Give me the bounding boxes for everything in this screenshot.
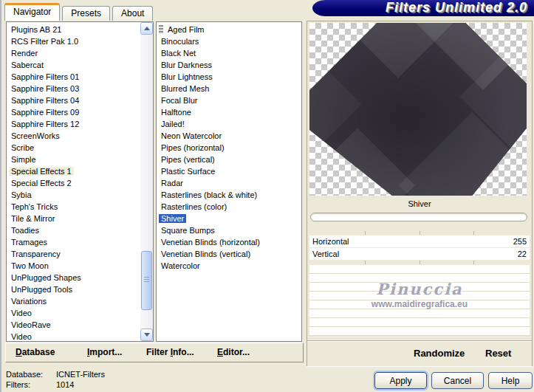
preview-image: [309, 23, 527, 196]
menu-import[interactable]: Import...: [87, 343, 122, 361]
filter-item[interactable]: Black Net: [157, 48, 301, 60]
randomize-bar: Randomize Reset: [307, 340, 532, 366]
status-area: Database:ICNET-Filters Filters:1014: [6, 369, 105, 390]
database-label: Database:: [6, 369, 56, 379]
category-item[interactable]: Render: [7, 48, 153, 60]
chevron-up-icon: [144, 27, 150, 30]
category-item[interactable]: Teph's Tricks: [7, 202, 153, 213]
category-item[interactable]: Scribe: [7, 142, 153, 154]
filter-item[interactable]: Aged Film: [157, 24, 301, 36]
tab-bar: Navigator Presets About: [4, 3, 155, 21]
filter-item[interactable]: Shiver: [157, 213, 301, 225]
filter-item[interactable]: Binoculars: [157, 36, 301, 48]
status-filters-row: Filters:1014: [6, 379, 105, 390]
category-item[interactable]: Sapphire Filters 09: [7, 107, 153, 119]
progress-bar: [310, 213, 527, 221]
scroll-down-button[interactable]: [140, 329, 153, 341]
filter-item[interactable]: Rasterlines (black & white): [157, 190, 301, 202]
category-item[interactable]: Sabercat: [7, 60, 153, 72]
scroll-up-button[interactable]: [140, 22, 153, 35]
title-banner: Filters Unlimited 2.0: [312, 0, 534, 16]
category-item[interactable]: Video: [7, 331, 153, 342]
filter-item[interactable]: Focal Blur: [157, 95, 301, 107]
empty-slider-rows: [309, 265, 530, 336]
category-item[interactable]: Sybia: [7, 190, 153, 202]
category-list-scrollbar[interactable]: [140, 22, 153, 341]
filter-item[interactable]: Radar: [157, 178, 301, 190]
category-item[interactable]: Plugins AB 21: [7, 24, 153, 36]
filter-item[interactable]: Jailed!: [157, 119, 301, 131]
filter-item[interactable]: Venetian Blinds (horizontal): [157, 237, 301, 249]
category-item[interactable]: Video: [7, 308, 153, 320]
category-item[interactable]: Special Effects 2: [7, 178, 153, 190]
category-item[interactable]: Simple: [7, 154, 153, 166]
filter-item[interactable]: Plastic Surface: [157, 166, 301, 178]
filter-item[interactable]: Square Bumps: [157, 225, 301, 237]
category-item[interactable]: Two Moon: [7, 261, 153, 272]
scrollbar-thumb[interactable]: [141, 251, 152, 310]
empty-slider-row: [309, 292, 530, 300]
tab-presets[interactable]: Presets: [62, 6, 110, 21]
menu-editor[interactable]: Editor...: [217, 343, 250, 361]
category-item[interactable]: Sapphire Filters 04: [7, 95, 153, 107]
randomize-button[interactable]: Randomize: [414, 341, 465, 365]
filter-item[interactable]: Venetian Blinds (vertical): [157, 249, 301, 261]
filter-preview: [309, 23, 527, 196]
empty-slider-row: [309, 274, 530, 283]
category-item[interactable]: Sapphire Filters 12: [7, 119, 153, 131]
tab-about[interactable]: About: [112, 6, 153, 21]
filters-value: 1014: [56, 380, 74, 389]
filter-item[interactable]: Blur Darkness: [157, 60, 301, 72]
database-value: ICNET-Filters: [56, 370, 105, 379]
category-item[interactable]: Variations: [7, 296, 153, 308]
list-grip-icon: [159, 25, 163, 34]
filters-unlimited-window: Filters Unlimited 2.0 Navigator Presets …: [0, 0, 534, 392]
slider-vertical[interactable]: Vertical 22: [309, 248, 530, 260]
category-item[interactable]: Transparency: [7, 249, 153, 261]
category-item[interactable]: UnPlugged Shapes: [7, 272, 153, 284]
empty-slider-row: [309, 283, 530, 292]
apply-button[interactable]: Apply: [374, 372, 427, 389]
window-left-frame: [0, 0, 1, 392]
slider-ticks: [310, 261, 528, 264]
empty-slider-row: [309, 318, 530, 327]
reset-button[interactable]: Reset: [485, 341, 511, 365]
category-item[interactable]: ScreenWorks: [7, 131, 153, 142]
category-item[interactable]: UnPlugged Tools: [7, 284, 153, 296]
filter-item[interactable]: Blur Lightness: [157, 72, 301, 83]
menu-filter-info[interactable]: Filter Info...: [146, 343, 194, 361]
filter-item[interactable]: Watercolor: [157, 261, 301, 272]
filter-name-caption: Shiver: [307, 197, 532, 210]
tab-navigator[interactable]: Navigator: [4, 3, 60, 21]
app-title: Filters Unlimited 2.0: [386, 0, 527, 16]
category-item[interactable]: Toadies: [7, 225, 153, 237]
help-button[interactable]: Help: [488, 372, 533, 389]
filter-list: Aged FilmBinocularsBlack NetBlur Darknes…: [156, 21, 302, 342]
category-item[interactable]: RCS Filter Pak 1.0: [7, 36, 153, 48]
category-item[interactable]: Sapphire Filters 03: [7, 83, 153, 95]
filter-item[interactable]: Blurred Mesh: [157, 83, 301, 95]
chevron-down-icon: [144, 333, 150, 337]
category-item[interactable]: Sapphire Filters 01: [7, 72, 153, 83]
category-item[interactable]: Tramages: [7, 237, 153, 249]
filters-label: Filters:: [6, 379, 56, 390]
category-item[interactable]: VideoRave: [7, 320, 153, 331]
category-item[interactable]: Special Effects 1: [7, 166, 153, 178]
category-item[interactable]: Tile & Mirror: [7, 213, 153, 225]
menu-database[interactable]: Database: [16, 343, 55, 361]
preview-panel: Shiver Horizontal 255 Vertical 22 Pinucc…: [307, 21, 533, 366]
bottom-menu-bar: Database Import... Filter Info... Editor…: [5, 343, 304, 362]
filter-item[interactable]: Neon Watercolor: [157, 131, 301, 142]
filter-item[interactable]: Pipes (horizontal): [157, 142, 301, 154]
slider-vertical-value: 22: [518, 250, 527, 258]
filter-item[interactable]: Halftone: [157, 107, 301, 119]
slider-horizontal-value: 255: [513, 237, 527, 246]
slider-horizontal[interactable]: Horizontal 255: [309, 235, 530, 247]
category-list: Plugins AB 21RCS Filter Pak 1.0RenderSab…: [6, 21, 154, 342]
filter-item[interactable]: Rasterlines (color): [157, 202, 301, 213]
slider-ticks: [310, 231, 528, 235]
filter-item[interactable]: Pipes (vertical): [157, 154, 301, 166]
slider-vertical-label: Vertical: [312, 250, 339, 258]
slider-horizontal-label: Horizontal: [312, 237, 349, 246]
cancel-button[interactable]: Cancel: [431, 372, 484, 389]
